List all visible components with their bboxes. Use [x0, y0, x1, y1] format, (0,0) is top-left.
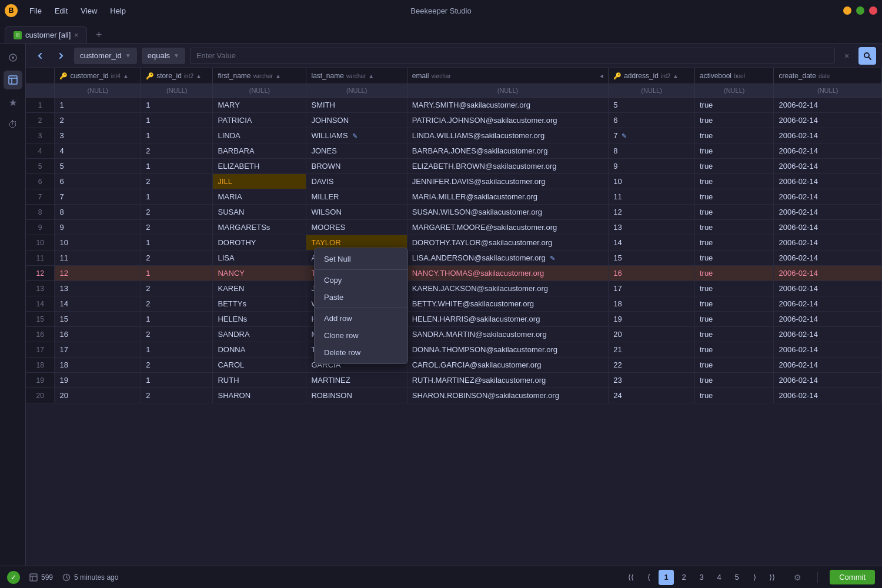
filter-search-button[interactable]: [858, 47, 876, 65]
cell-first-name[interactable]: LINDA: [213, 128, 306, 143]
cell-store-id[interactable]: 1: [141, 342, 213, 358]
cell-address-id[interactable]: 19: [609, 312, 695, 327]
table-row[interactable]: 16162SANDRAMARTINSANDRA.MARTIN@sakilacus…: [26, 327, 882, 342]
cell-customer-id[interactable]: 12: [55, 266, 141, 281]
filter-value-input[interactable]: [190, 48, 835, 64]
cell-customer-id[interactable]: 17: [55, 342, 141, 358]
cell-store-id[interactable]: 2: [141, 296, 213, 312]
cell-first-name[interactable]: BARBARA: [213, 143, 306, 159]
cell-email[interactable]: JENNIFER.DAVIS@sakilacustomer.org: [407, 174, 608, 189]
cell-create-date[interactable]: 2006-02-14: [774, 312, 882, 327]
table-row[interactable]: 10101DOROTHYTAYLORDOROTHY.TAYLOR@sakilac…: [26, 235, 882, 250]
filter-operator-dropdown[interactable]: equals ▼: [142, 48, 185, 64]
col-header-first-name[interactable]: first_name varchar ▲: [213, 68, 306, 84]
cell-email[interactable]: LINDA.WILLIAMS@sakilacustomer.org: [407, 128, 608, 143]
cell-address-id[interactable]: 22: [609, 358, 695, 373]
cell-store-id[interactable]: 1: [141, 113, 213, 128]
cell-store-id[interactable]: 2: [141, 220, 213, 235]
table-row[interactable]: 221PATRICIAJOHNSONPATRICIA.JOHNSON@sakil…: [26, 113, 882, 128]
row-number[interactable]: 9: [26, 220, 55, 235]
page-5-button[interactable]: 5: [729, 570, 744, 585]
menu-help[interactable]: Help: [104, 5, 132, 17]
cell-address-id[interactable]: 10: [609, 174, 695, 189]
cell-store-id[interactable]: 2: [141, 143, 213, 159]
cell-first-name[interactable]: SUSAN: [213, 205, 306, 220]
table-row[interactable]: 331LINDAWILLIAMS ✎LINDA.WILLIAMS@sakilac…: [26, 128, 882, 143]
cell-activebool[interactable]: true: [694, 312, 774, 327]
col-sort-address-id[interactable]: ▲: [673, 73, 679, 79]
cell-email[interactable]: DONNA.THOMPSON@sakilacustomer.org: [407, 342, 608, 358]
cell-activebool[interactable]: true: [694, 189, 774, 205]
col-sort-first-name[interactable]: ▲: [275, 73, 281, 79]
cell-activebool[interactable]: true: [694, 113, 774, 128]
cell-store-id[interactable]: 1: [141, 235, 213, 250]
page-first-button[interactable]: ⟨⟨: [623, 570, 639, 585]
cell-address-id[interactable]: 24: [609, 388, 695, 403]
cell-first-name[interactable]: PATRICIA: [213, 113, 306, 128]
maximize-button[interactable]: □: [856, 6, 864, 15]
cell-customer-id[interactable]: 3: [55, 128, 141, 143]
cell-last-name[interactable]: SMITH: [306, 98, 407, 113]
sidebar-star-icon[interactable]: ★: [4, 93, 22, 112]
cell-customer-id[interactable]: 16: [55, 327, 141, 342]
cell-create-date[interactable]: 2006-02-14: [774, 327, 882, 342]
cell-email[interactable]: SHARON.ROBINSON@sakilacustomer.org: [407, 388, 608, 403]
row-number[interactable]: 4: [26, 143, 55, 159]
cell-customer-id[interactable]: 1: [55, 98, 141, 113]
cell-first-name[interactable]: NANCY: [213, 266, 306, 281]
context-menu-clone-row[interactable]: Clone row: [315, 327, 407, 344]
cell-first-name[interactable]: RUTH: [213, 373, 306, 388]
cell-create-date[interactable]: 2006-02-14: [774, 373, 882, 388]
cell-activebool[interactable]: true: [694, 143, 774, 159]
cell-activebool[interactable]: true: [694, 98, 774, 113]
cell-first-name[interactable]: MARIA: [213, 189, 306, 205]
cell-first-name[interactable]: DOROTHY: [213, 235, 306, 250]
cell-address-id[interactable]: 5: [609, 98, 695, 113]
cell-customer-id[interactable]: 20: [55, 388, 141, 403]
cell-first-name[interactable]: MARGARETSs: [213, 220, 306, 235]
cell-activebool[interactable]: true: [694, 205, 774, 220]
table-row[interactable]: 551ELIZABETHBROWNELIZABETH.BROWN@sakilac…: [26, 159, 882, 174]
table-row[interactable]: 17171DONNATHOMPSONDONNA.THOMPSON@sakilac…: [26, 342, 882, 358]
cell-store-id[interactable]: 2: [141, 250, 213, 266]
cell-activebool[interactable]: true: [694, 358, 774, 373]
row-number[interactable]: 3: [26, 128, 55, 143]
cell-store-id[interactable]: 1: [141, 98, 213, 113]
cell-last-name[interactable]: MARTINEZ: [306, 373, 407, 388]
table-row[interactable]: 882SUSANWILSONSUSAN.WILSON@sakilacustome…: [26, 205, 882, 220]
cell-create-date[interactable]: 2006-02-14: [774, 388, 882, 403]
cell-first-name[interactable]: HELENs: [213, 312, 306, 327]
cell-address-id[interactable]: 13: [609, 220, 695, 235]
cell-activebool[interactable]: true: [694, 250, 774, 266]
cell-email[interactable]: LISA.ANDERSON@sakilacustomer.org ✎: [407, 250, 608, 266]
cell-store-id[interactable]: 1: [141, 128, 213, 143]
cell-email[interactable]: SANDRA.MARTIN@sakilacustomer.org: [407, 327, 608, 342]
cell-first-name[interactable]: JILL: [213, 174, 306, 189]
row-number[interactable]: 12: [26, 266, 55, 281]
col-header-address-id[interactable]: 🔑 address_id int2 ▲: [609, 68, 695, 84]
cell-store-id[interactable]: 2: [141, 205, 213, 220]
cell-email[interactable]: DOROTHY.TAYLOR@sakilacustomer.org: [407, 235, 608, 250]
row-number[interactable]: 15: [26, 312, 55, 327]
cell-email[interactable]: ELIZABETH.BROWN@sakilacustomer.org: [407, 159, 608, 174]
cell-create-date[interactable]: 2006-02-14: [774, 143, 882, 159]
cell-customer-id[interactable]: 15: [55, 312, 141, 327]
settings-button[interactable]: ⚙: [789, 569, 806, 586]
row-number[interactable]: 10: [26, 235, 55, 250]
row-number[interactable]: 7: [26, 189, 55, 205]
row-number[interactable]: 1: [26, 98, 55, 113]
cell-address-id[interactable]: 7 ✎: [609, 128, 695, 143]
cell-first-name[interactable]: SHARON: [213, 388, 306, 403]
cell-create-date[interactable]: 2006-02-14: [774, 235, 882, 250]
filter-nav-left[interactable]: [32, 48, 48, 64]
cell-address-id[interactable]: 14: [609, 235, 695, 250]
cell-activebool[interactable]: true: [694, 296, 774, 312]
cell-customer-id[interactable]: 19: [55, 373, 141, 388]
page-last-button[interactable]: ⟩⟩: [764, 570, 780, 585]
cell-create-date[interactable]: 2006-02-14: [774, 220, 882, 235]
cell-activebool[interactable]: true: [694, 174, 774, 189]
cell-email[interactable]: CAROL.GARCIA@sakilacustomer.org: [407, 358, 608, 373]
cell-last-name[interactable]: JONES: [306, 143, 407, 159]
table-row[interactable]: 15151HELENsHARRISHELEN.HARRIS@sakilacust…: [26, 312, 882, 327]
cell-first-name[interactable]: MARY: [213, 98, 306, 113]
